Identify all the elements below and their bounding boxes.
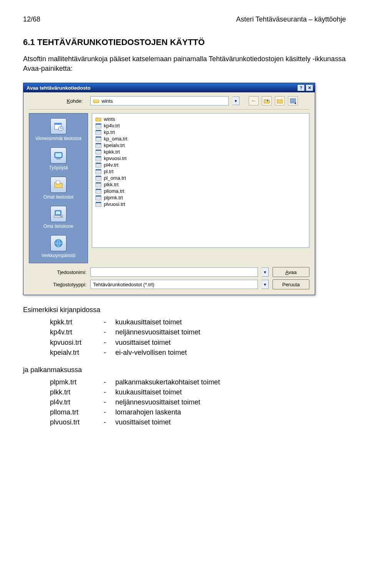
dialog-title: Avaa tehtävärunkotiedosto [27, 85, 90, 91]
file-name: pl4v.trt [104, 162, 118, 168]
file-icon [95, 169, 101, 174]
place-desktop-label: Työpöytä [49, 165, 68, 170]
file-name: plvuosi.trt [104, 201, 125, 207]
list-item[interactable]: kpeialv.trt [95, 142, 306, 149]
places-bar: Viimeisimmät tiedostot Työpöytä Omat tie… [29, 113, 88, 263]
dialog-bottom: Tiedostonimi: ▼ Avaa Tiedostotyyppi: Teh… [29, 267, 309, 289]
file-name: plvuosi.trt [23, 417, 104, 427]
file-icon [95, 143, 101, 148]
file-name: kpeialv.trt [104, 142, 125, 148]
dash: - [104, 327, 115, 337]
lookin-label: Kohde: [29, 98, 83, 104]
file-name: pl.trt [104, 169, 113, 174]
filename-dropdown[interactable]: ▼ [262, 267, 269, 277]
svg-rect-47 [96, 169, 101, 170]
file-name: kpkk.trt [104, 149, 120, 155]
svg-rect-2 [293, 99, 296, 100]
list-item[interactable]: kp4v.trt [95, 122, 306, 129]
file-icon [95, 182, 101, 187]
place-mycomp-label: Oma tietokone [43, 224, 73, 229]
place-network-label: Verkkoympäristö [42, 253, 76, 258]
cancel-button[interactable]: Peruuta [273, 279, 309, 289]
dash: - [104, 317, 115, 327]
network-icon [50, 235, 66, 251]
file-name: kp.trt [104, 129, 115, 135]
place-network[interactable]: Verkkoympäristö [31, 233, 86, 261]
list-item[interactable]: kp.trt [95, 129, 306, 135]
list-item[interactable]: kp_oma.trt [95, 135, 306, 142]
close-button[interactable]: ✕ [306, 84, 313, 91]
dialog-titlebar: Avaa tehtävärunkotiedosto ? ✕ [23, 83, 315, 92]
file-name: wints [104, 116, 115, 122]
view-menu-button[interactable]: ▼ [288, 96, 298, 105]
list-item: kp4v.trt-neljännesvuosittaiset toimet [23, 327, 346, 337]
list-item: kpvuosi.trt-vuosittaiset toimet [23, 337, 346, 347]
pl-list-title: ja palkanmaksussa [23, 366, 346, 374]
filename-input[interactable] [90, 267, 258, 277]
lookin-dropdown[interactable]: ▼ [233, 97, 239, 105]
dialog-toolbar: ← ▼ [249, 96, 298, 105]
file-icon [95, 136, 101, 142]
page-number: 12/68 [23, 15, 40, 23]
list-item[interactable]: kpkk.trt [95, 149, 306, 155]
open-button[interactable]: Avaa [273, 267, 309, 277]
lookin-row: Kohde: wints ▼ ← ▼ [29, 96, 309, 105]
folder-icon [93, 98, 99, 104]
list-item: kpkk.trt-kuukausittaiset toimet [23, 317, 346, 327]
list-item[interactable]: wints [95, 116, 306, 122]
list-item[interactable]: pl4v.trt [95, 162, 306, 168]
svg-rect-6 [55, 123, 62, 125]
file-icon [95, 162, 101, 168]
file-desc: vuosittaiset toimet [115, 417, 346, 427]
file-name: plkk.trt [104, 182, 118, 187]
list-item: pl4v.trt-neljännesvuosittaiset toimet [23, 397, 346, 407]
file-icon [95, 189, 101, 194]
help-button[interactable]: ? [297, 84, 305, 91]
place-mycomputer[interactable]: Oma tietokone [31, 204, 86, 231]
up-one-level-button[interactable] [262, 96, 272, 105]
list-item[interactable]: plpmk.trt [95, 194, 306, 201]
mydocs-icon [50, 177, 66, 193]
filename-label: Tiedostonimi: [29, 269, 86, 275]
list-item: plkk.trt-kuukausittaiset toimet [23, 387, 346, 397]
folder-icon [95, 117, 101, 122]
file-name: kp4v.trt [23, 327, 104, 337]
filetype-dropdown[interactable]: ▼ [262, 280, 269, 289]
intro-text: Atsoftin mallitehtävärunkoja pääset kats… [23, 54, 346, 74]
dash: - [104, 347, 115, 357]
list-item[interactable]: plkk.trt [95, 181, 306, 188]
svg-rect-55 [96, 182, 101, 184]
file-desc: lomarahojen laskenta [115, 407, 346, 417]
svg-rect-19 [96, 124, 101, 125]
place-mydocs-label: Omat tiedostot [43, 194, 73, 200]
file-name: kpvuosi.trt [23, 337, 104, 347]
place-mydocuments[interactable]: Omat tiedostot [31, 174, 86, 202]
svg-rect-31 [96, 143, 101, 144]
list-item[interactable]: plloma.trt [95, 188, 306, 194]
file-icon [95, 123, 101, 129]
file-desc: palkanmaksukertakohtaiset toimet [115, 377, 346, 387]
svg-rect-43 [96, 163, 101, 164]
filetype-label: Tiedostotyyppi: [29, 282, 86, 287]
file-name: pl_oma.trt [104, 175, 126, 181]
file-list[interactable]: wints kp4v.trt kp.trt kp_oma.trt kpeialv… [92, 113, 309, 248]
new-folder-button[interactable] [275, 96, 285, 105]
back-button[interactable]: ← [249, 96, 259, 105]
place-desktop[interactable]: Työpöytä [31, 145, 86, 173]
file-desc: ei-alv-velvollisen toimet [115, 347, 346, 357]
list-item: plpmk.trt-palkanmaksukertakohtaiset toim… [23, 377, 346, 387]
dash: - [104, 337, 115, 347]
file-name: plpmk.trt [104, 195, 123, 200]
list-item[interactable]: plvuosi.trt [95, 201, 306, 207]
filetype-combo[interactable]: Tehtävärunkotiedostot (*.trt) [90, 280, 258, 289]
dialog-body: Kohde: wints ▼ ← ▼ [23, 92, 315, 295]
lookin-combo[interactable]: wints [90, 96, 229, 105]
file-desc: kuukausittaiset toimet [115, 387, 346, 397]
list-item[interactable]: pl.trt [95, 168, 306, 175]
list-item[interactable]: kpvuosi.trt [95, 155, 306, 162]
place-recent-label: Viimeisimmät tiedostot [35, 136, 81, 141]
place-recent[interactable]: Viimeisimmät tiedostot [31, 116, 86, 144]
list-item[interactable]: pl_oma.trt [95, 175, 306, 181]
list-item: plvuosi.trt-vuosittaiset toimet [23, 417, 346, 427]
file-name: plloma.trt [23, 407, 104, 417]
